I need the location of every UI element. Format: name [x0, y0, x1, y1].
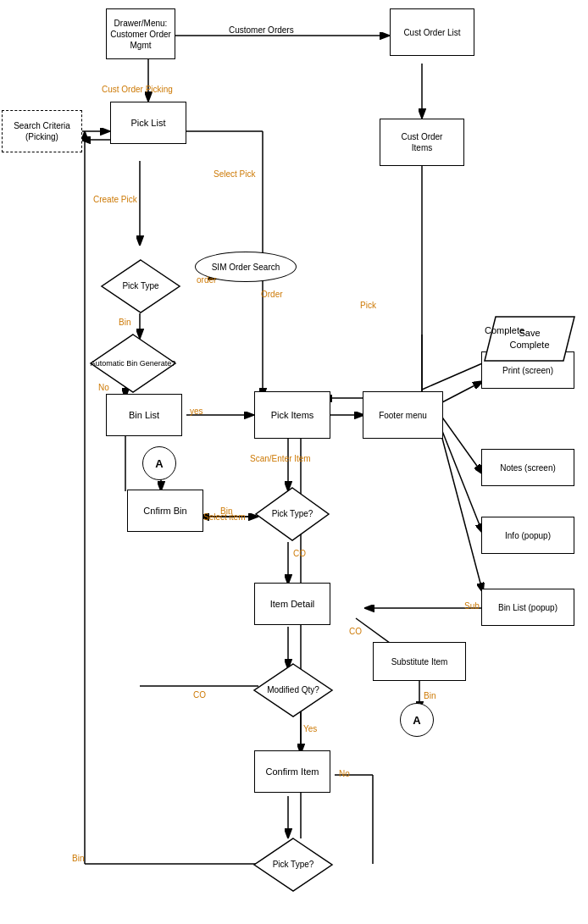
label-co-3: CO — [193, 690, 206, 700]
label-create-pick: Create Pick — [93, 195, 137, 204]
svg-line-19 — [441, 427, 483, 534]
item-detail-box: Item Detail — [254, 583, 330, 625]
label-co-2: CO — [349, 627, 362, 636]
pick-list-box: Pick List — [110, 102, 186, 144]
notes-screen-box: Notes (screen) — [481, 449, 574, 486]
confirm-bin-box: Cnfirm Bin — [127, 490, 203, 532]
label-cust-order-picking: Cust Order Picking — [102, 85, 173, 94]
search-criteria-box: Search Criteria(Picking) — [2, 110, 82, 152]
label-yes-1: yes — [190, 407, 203, 416]
svg-line-17 — [441, 381, 483, 403]
modified-qty-diamond: Modified Qty? — [252, 662, 334, 718]
label-bin-4: Bin — [72, 854, 84, 863]
label-no-1: No — [98, 383, 109, 392]
label-bin-3: Bin — [424, 691, 435, 700]
label-order-pick-type: Order — [261, 290, 283, 299]
flowchart-diagram: Drawer/Menu:Customer OrderMgmt Cust Orde… — [0, 0, 588, 924]
label-scan-enter: Scan/Enter Item — [250, 454, 311, 463]
save-complete-parallelogram: Save Complete — [483, 315, 576, 362]
circle-a-bottom: A — [400, 703, 434, 737]
pick-type2-diamond: Pick Type? — [254, 486, 330, 542]
footer-menu-box: Footer menu — [363, 391, 443, 439]
label-pick: Pick — [360, 301, 376, 310]
bin-list-popup-box: Bin List (popup) — [481, 589, 574, 626]
label-select-pick: Select Pick — [214, 169, 255, 179]
label-no-2: No — [339, 769, 350, 778]
confirm-item-box: Confirm Item — [254, 750, 330, 793]
substitute-item-box: Substitute Item — [373, 642, 466, 681]
label-order-sim: order — [197, 275, 216, 285]
cust-order-list-box: Cust Order List — [390, 8, 474, 56]
complete-label: Complete — [485, 325, 524, 335]
svg-line-20 — [441, 432, 483, 593]
label-customer-orders: Customer Orders — [229, 25, 294, 35]
cust-order-items-box: Cust OrderItems — [380, 119, 464, 166]
circle-a-top: A — [142, 446, 176, 480]
svg-line-18 — [441, 415, 483, 474]
drawer-menu-box: Drawer/Menu:Customer OrderMgmt — [106, 8, 175, 59]
label-bin-1: Bin — [119, 318, 130, 327]
pick-type3-diamond: Pick Type? — [252, 837, 334, 893]
pick-items-box: Pick Items — [254, 391, 330, 439]
pick-type-diamond: Pick Type — [100, 258, 181, 314]
label-bin-2: Bin — [220, 506, 232, 516]
label-co-1: CO — [293, 549, 306, 558]
label-sub: Sub — [464, 601, 480, 611]
label-yes-2: Yes — [303, 724, 317, 733]
bin-list-box: Bin List — [106, 394, 182, 436]
info-popup-box: Info (popup) — [481, 517, 574, 554]
